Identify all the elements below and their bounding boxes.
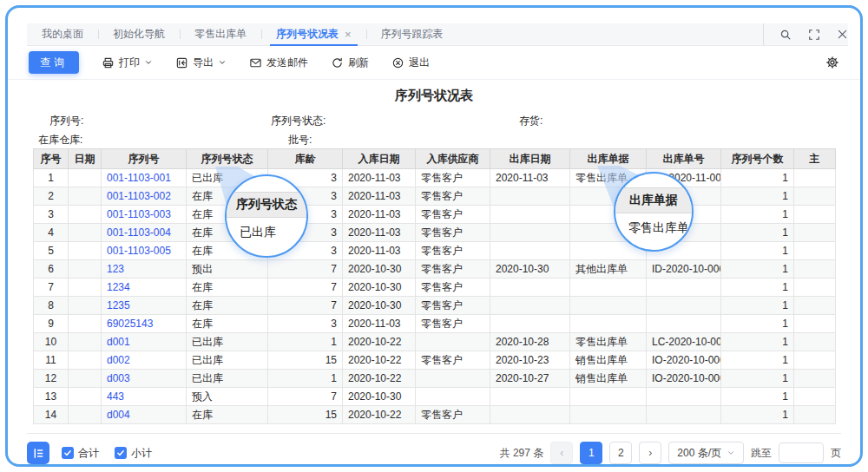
checkbox-icon[interactable] xyxy=(62,447,74,459)
serial-link-cell[interactable]: d001 xyxy=(102,333,187,351)
table-cell: 2020-10-23 xyxy=(490,351,570,370)
table-row: 1001-1103-001已出库32020-11-03零售客户2020-11-0… xyxy=(34,169,836,187)
table-cell: 12 xyxy=(34,370,69,388)
table-cell: 预出 xyxy=(187,260,268,279)
maximize-icon[interactable] xyxy=(808,29,820,41)
query-button[interactable]: 查询 xyxy=(29,51,79,74)
column-header-2[interactable]: 日期 xyxy=(69,149,102,169)
page-button-1[interactable]: 1 xyxy=(580,442,602,464)
tab-label: 零售出库单 xyxy=(194,27,247,42)
toolbar-item-printer[interactable]: 打印 xyxy=(102,56,153,70)
column-header-10[interactable]: 出库单号 xyxy=(647,149,721,169)
table-cell xyxy=(570,388,647,406)
callout-value: 已出库 xyxy=(227,218,306,240)
page-button-2[interactable]: 2 xyxy=(609,442,632,464)
table-cell: 零售客户 xyxy=(416,315,490,333)
tab-1[interactable]: 我的桌面 xyxy=(27,23,98,45)
tab-2[interactable]: 初始化导航 xyxy=(98,23,180,45)
tab-4[interactable]: 序列号状况表× xyxy=(261,23,366,45)
column-header-3[interactable]: 序列号 xyxy=(102,149,187,169)
table-cell xyxy=(490,187,570,206)
table-cell: 零售客户 xyxy=(416,242,490,260)
column-header-9[interactable]: 出库单据 xyxy=(570,149,647,169)
checkbox-合计[interactable]: 合计 xyxy=(62,446,99,461)
checkbox-小计[interactable]: 小计 xyxy=(115,446,152,461)
table-cell xyxy=(69,388,102,406)
column-header-4[interactable]: 序列号状态 xyxy=(187,149,268,169)
prev-page-button[interactable]: ‹ xyxy=(550,442,573,464)
column-header-5[interactable]: 库龄 xyxy=(268,149,343,169)
table-cell xyxy=(490,279,570,297)
table-row: 13443预入72020-10-301 xyxy=(34,388,836,406)
serial-link-cell[interactable]: 123 xyxy=(102,260,187,279)
toolbar-item-label: 退出 xyxy=(409,56,430,70)
table-cell: 1 xyxy=(721,333,794,351)
column-header-7[interactable]: 入库供应商 xyxy=(416,149,490,169)
table-cell xyxy=(416,388,490,406)
table-cell xyxy=(490,297,570,315)
toolbar-item-export[interactable]: 导出 xyxy=(175,56,227,70)
column-header-11[interactable]: 序列号个数 xyxy=(721,149,794,169)
table-cell: 零售客户 xyxy=(416,224,490,242)
toolbar-item-refresh[interactable]: 刷新 xyxy=(331,56,369,70)
toolbar-item-exit[interactable]: 退出 xyxy=(391,56,430,70)
table-cell: 10 xyxy=(34,333,69,351)
tab-5[interactable]: 序列号跟踪表 xyxy=(366,23,458,45)
tab-3[interactable]: 零售出库单 xyxy=(180,23,261,45)
serial-link-cell[interactable]: 443 xyxy=(102,388,187,406)
serial-link-cell[interactable]: 001-1103-005 xyxy=(102,242,187,260)
table-cell: 14 xyxy=(34,406,69,424)
table-cell: 7 xyxy=(268,297,343,315)
table-row: 14d004在库152020-10-22零售客户1 xyxy=(34,406,836,424)
table-cell xyxy=(570,279,647,297)
table-cell xyxy=(416,333,490,351)
tab-close-icon[interactable]: × xyxy=(345,28,352,41)
gear-icon[interactable] xyxy=(825,56,839,69)
table-cell: 2020-11-03 xyxy=(343,224,416,242)
table-row: 10d001已出库12020-10-222020-10-28零售出库单LC-20… xyxy=(34,333,836,351)
table-row: 3001-1103-003在库32020-11-03零售客户1 xyxy=(34,206,836,224)
serial-link-cell[interactable]: 69025143 xyxy=(102,315,187,333)
toolbar-item-mail[interactable]: 发送邮件 xyxy=(249,56,308,70)
page-title: 序列号状况表 xyxy=(8,88,860,104)
table-cell xyxy=(794,388,836,406)
next-page-button[interactable]: › xyxy=(639,442,661,464)
table-cell: 1 xyxy=(34,169,69,187)
column-header-6[interactable]: 入库日期 xyxy=(343,149,416,169)
summary-menu-button[interactable] xyxy=(27,442,49,464)
export-icon xyxy=(175,56,188,69)
page-size-select[interactable]: 200 条/页 xyxy=(668,442,744,464)
tab-label: 序列号跟踪表 xyxy=(381,27,444,42)
table-cell xyxy=(794,279,836,297)
table-cell xyxy=(794,351,836,370)
serial-link-cell[interactable]: 1234 xyxy=(102,279,187,297)
tab-label: 我的桌面 xyxy=(42,27,83,42)
table-cell xyxy=(570,315,647,333)
column-header-12[interactable]: 主 xyxy=(794,149,836,169)
table-cell: 5 xyxy=(34,242,69,260)
serial-link-cell[interactable]: 1235 xyxy=(102,297,187,315)
table-cell: 1 xyxy=(721,351,794,370)
checkbox-icon[interactable] xyxy=(115,447,127,459)
search-icon[interactable] xyxy=(779,29,792,41)
jump-page-input[interactable] xyxy=(779,442,824,463)
serial-link-cell[interactable]: d002 xyxy=(102,351,187,370)
serial-link-cell[interactable]: 001-1103-002 xyxy=(102,187,187,206)
table-cell xyxy=(69,406,102,424)
serial-link-cell[interactable]: 001-1103-001 xyxy=(102,169,187,187)
serial-link-cell[interactable]: 001-1103-004 xyxy=(102,224,187,242)
table-cell: 15 xyxy=(268,406,343,424)
column-header-1[interactable]: 序号 xyxy=(34,149,69,169)
table-row: 969025143在库32020-11-03零售客户1 xyxy=(34,315,836,333)
tab-label: 序列号状况表 xyxy=(276,27,339,42)
serial-link-cell[interactable]: 001-1103-003 xyxy=(102,206,187,224)
table-cell xyxy=(794,169,836,187)
table-cell: 11 xyxy=(34,351,69,370)
table-cell: 1 xyxy=(721,260,794,279)
serial-link-cell[interactable]: d004 xyxy=(102,406,187,424)
column-header-8[interactable]: 出库日期 xyxy=(490,149,570,169)
close-icon[interactable] xyxy=(837,29,848,40)
table-cell xyxy=(69,315,102,333)
app-window: 我的桌面初始化导航零售出库单序列号状况表×序列号跟踪表 查询 打印导出发送邮件刷… xyxy=(5,5,863,467)
serial-link-cell[interactable]: d003 xyxy=(102,370,187,388)
